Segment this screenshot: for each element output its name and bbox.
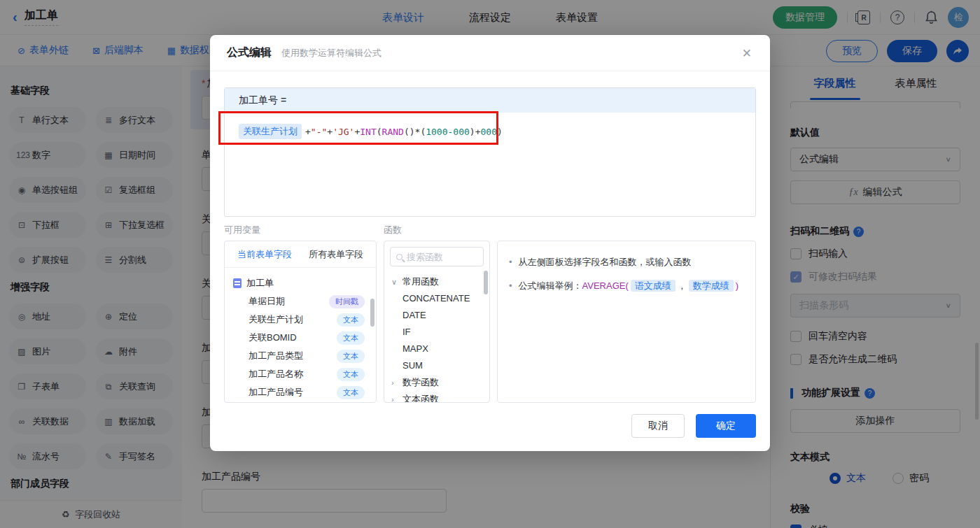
modal-subtitle: 使用数学运算符编辑公式 [281,47,382,59]
formula-token: * [415,127,421,137]
variable-type-badge: 文本 [337,386,365,399]
help-tip: •公式编辑举例：AVERAGE(语文成绩，数学成绩) [509,279,743,293]
functions-scrollbar[interactable] [484,271,488,294]
variable-name: 关联生产计划 [248,313,303,326]
formula-token: RAND [382,127,404,137]
search-icon [396,254,402,260]
function-group[interactable]: ›数学函数 [391,374,486,391]
variable-row[interactable]: 关联BOMID文本 [233,329,370,347]
variable-type-badge: 文本 [337,331,365,345]
help-panel: •从左侧面板选择字段名和函数，或输入函数•公式编辑举例：AVERAGE(语文成绩… [497,241,756,403]
function-item[interactable]: DATE [391,307,486,324]
formula-token: () [404,127,415,137]
example-field-tag: 数学成绩 [689,280,734,292]
bullet-icon: • [509,255,512,269]
variable-row[interactable]: 单据日期时间戳 [233,292,370,311]
formula-token: ) [497,127,503,137]
formula-token: + [475,127,481,137]
form-node-label: 加工单 [246,277,274,290]
form-designer-page: ‹ 加工单 表单设计流程设定表单设置 数据管理 R ? 检 ⊘表单外链⊠后端脚本… [0,0,980,528]
help-tip-text: 从左侧面板选择字段名和函数，或输入函数 [519,255,692,269]
chevron-right-icon: › [391,395,398,403]
formula-field-tag[interactable]: 关联生产计划 [239,124,302,139]
example-field-tag: 语文成绩 [631,280,676,292]
formula-token: 000 [481,127,497,137]
functions-panel: ∨常用函数CONCATENATEDATEIFMAPXSUM›数学函数›文本函数 [384,241,490,403]
variables-scrollbar[interactable] [370,299,374,327]
function-group[interactable]: ∨常用函数 [391,273,486,290]
variable-row[interactable]: 加工产品编号文本 [233,383,370,401]
variable-type-badge: 文本 [337,313,365,327]
formula-token: ( [420,127,426,137]
formula-target: 加工单号 = [225,88,755,113]
modal-title: 公式编辑 [227,45,272,60]
form-node[interactable]: 加工单 [233,274,370,292]
variable-name: 单据日期 [248,295,285,308]
function-item[interactable]: IF [391,324,486,341]
bullet-icon: • [509,279,512,293]
formula-token: 1000 [426,127,447,137]
formula-input-area[interactable]: 关联生产计划+"-"+'JG'+INT(RAND()*(1000-000)+00… [225,113,755,150]
formula-token: + [327,127,332,137]
function-group-label: 数学函数 [402,376,439,389]
formula-token: - [448,127,454,137]
variable-row[interactable]: 加工产品名称文本 [233,365,370,383]
confirm-button[interactable]: 确定 [696,414,756,438]
variable-name: 加工产品名称 [248,368,303,380]
variables-label: 可用变量 [224,224,260,236]
variable-row[interactable]: 关联生产计划文本 [233,311,370,329]
function-group-label: 文本函数 [402,393,439,403]
chevron-right-icon: › [391,378,398,387]
formula-token: 'JG' [332,127,354,137]
variable-name: 加工产品类型 [248,350,303,362]
close-icon[interactable]: ✕ [742,46,752,61]
formula-editor-box: 加工单号 = 关联生产计划+"-"+'JG'+INT(RAND()*(1000-… [224,87,756,217]
formula-token: ) [470,127,475,137]
modal-header: 公式编辑 使用数学运算符编辑公式 [210,35,770,71]
formula-editor-modal: 公式编辑 使用数学运算符编辑公式 ✕ 加工单号 = 关联生产计划+"-"+'JG… [210,35,770,451]
formula-token: ( [377,127,382,137]
variable-name: 关联BOMID [248,331,297,344]
function-search-box [390,247,484,266]
variable-type-badge: 时间戳 [329,295,365,308]
modal-footer: 取消 确定 [631,414,756,438]
variables-tabs: 当前表单字段所有表单字段 [225,241,376,268]
function-search-input[interactable] [407,252,477,262]
function-tree: ∨常用函数CONCATENATEDATEIFMAPXSUM›数学函数›文本函数 [384,272,489,403]
variable-type-badge: 文本 [337,350,365,363]
cancel-button[interactable]: 取消 [631,414,685,438]
variable-row[interactable]: 加工产品类型文本 [233,347,370,365]
function-group-label: 常用函数 [402,276,439,288]
function-group[interactable]: ›文本函数 [391,391,486,403]
formula-token: 000 [453,127,469,137]
help-tip: •从左侧面板选择字段名和函数，或输入函数 [509,255,743,269]
example-function: AVERAGE( [582,280,629,291]
variable-type-badge: 文本 [337,368,365,381]
function-item[interactable]: MAPX [391,341,486,357]
formula-token: + [305,127,311,137]
function-item[interactable]: CONCATENATE [391,290,486,307]
help-tip-text: 公式编辑举例：AVERAGE(语文成绩，数学成绩) [519,279,739,293]
formula-token: INT [360,127,376,137]
form-file-icon [233,278,241,288]
variable-name: 加工产品编号 [248,386,303,399]
variables-panel: 当前表单字段所有表单字段 加工单 单据日期时间戳关联生产计划文本关联BOMID文… [224,241,377,403]
variables-list: 加工单 单据日期时间戳关联生产计划文本关联BOMID文本加工产品类型文本加工产品… [225,268,376,401]
functions-label: 函数 [384,224,402,236]
variables-tab[interactable]: 所有表单字段 [309,248,363,261]
formula-expression: 关联生产计划+"-"+'JG'+INT(RAND()*(1000-000)+00… [239,124,741,139]
function-item[interactable]: SUM [391,357,486,374]
formula-token: + [354,127,360,137]
variables-tab[interactable]: 当前表单字段 [237,248,292,261]
chevron-down-icon: ∨ [391,278,398,287]
formula-token: "-" [311,127,327,137]
example-function: ) [736,280,738,291]
